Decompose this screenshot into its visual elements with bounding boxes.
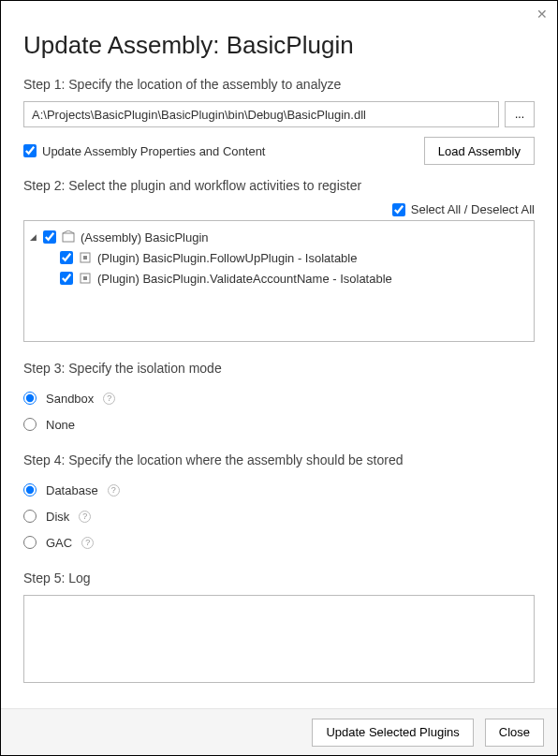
log-output: [23, 595, 535, 683]
step5-label: Step 5: Log: [23, 571, 535, 586]
assembly-path-input[interactable]: [23, 101, 499, 127]
close-button[interactable]: Close: [485, 719, 544, 747]
chevron-down-icon[interactable]: ◢: [28, 232, 37, 242]
svg-rect-2: [83, 256, 87, 259]
isolation-sandbox-label: Sandbox: [46, 392, 94, 406]
plugin-icon: [79, 272, 92, 285]
update-properties-checkbox[interactable]: [23, 144, 37, 157]
isolation-none-radio[interactable]: [23, 418, 37, 431]
plugin-tree[interactable]: ◢ (Assembly) BasicPlugin (Plugin) BasicP…: [23, 220, 535, 342]
help-icon[interactable]: ?: [81, 537, 94, 549]
close-icon[interactable]: ✕: [536, 7, 548, 22]
load-assembly-button[interactable]: Load Assembly: [424, 137, 535, 165]
assembly-checkbox[interactable]: [43, 230, 56, 244]
step1-label: Step 1: Specify the location of the asse…: [23, 77, 535, 92]
isolation-none-row[interactable]: None: [23, 411, 535, 437]
isolation-mode-group: Sandbox ? None: [23, 385, 535, 437]
update-properties-label[interactable]: Update Assembly Properties and Content: [23, 144, 265, 158]
tree-assembly-row[interactable]: ◢ (Assembly) BasicPlugin: [28, 227, 530, 247]
update-properties-text: Update Assembly Properties and Content: [42, 144, 265, 158]
plugin-label: (Plugin) BasicPlugin.ValidateAccountName…: [97, 272, 392, 286]
svg-rect-0: [63, 233, 74, 242]
storage-disk-label: Disk: [46, 510, 69, 524]
storage-disk-radio[interactable]: [23, 510, 37, 523]
step2-label: Step 2: Select the plugin and workflow a…: [23, 178, 535, 193]
plugin-checkbox[interactable]: [60, 272, 73, 285]
select-all-label[interactable]: Select All / Deselect All: [392, 202, 535, 216]
tree-plugin-row[interactable]: (Plugin) BasicPlugin.ValidateAccountName…: [28, 268, 530, 289]
svg-rect-4: [83, 276, 87, 280]
assembly-icon: [62, 230, 75, 244]
storage-gac-label: GAC: [46, 536, 72, 550]
select-all-text: Select All / Deselect All: [411, 202, 535, 216]
plugin-label: (Plugin) BasicPlugin.FollowUpPlugin - Is…: [97, 251, 357, 265]
step4-label: Step 4: Specify the location where the a…: [23, 452, 535, 467]
browse-button[interactable]: ...: [505, 101, 535, 127]
plugin-checkbox[interactable]: [60, 251, 73, 264]
storage-disk-row[interactable]: Disk ?: [23, 503, 535, 529]
dialog-footer: Update Selected Plugins Close: [1, 708, 557, 755]
select-all-checkbox[interactable]: [392, 203, 405, 216]
assembly-label: (Assembly) BasicPlugin: [81, 230, 209, 245]
isolation-sandbox-row[interactable]: Sandbox ?: [23, 385, 535, 411]
help-icon[interactable]: ?: [103, 393, 115, 405]
help-icon[interactable]: ?: [108, 484, 120, 497]
storage-gac-radio[interactable]: [23, 536, 37, 549]
storage-database-label: Database: [46, 483, 98, 497]
tree-plugin-row[interactable]: (Plugin) BasicPlugin.FollowUpPlugin - Is…: [28, 247, 530, 268]
isolation-sandbox-radio[interactable]: [23, 392, 37, 405]
storage-database-row[interactable]: Database ?: [23, 477, 535, 503]
storage-location-group: Database ? Disk ? GAC ?: [23, 477, 535, 556]
update-selected-button[interactable]: Update Selected Plugins: [312, 719, 473, 747]
isolation-none-label: None: [46, 418, 75, 432]
storage-database-radio[interactable]: [23, 483, 37, 497]
plugin-icon: [79, 251, 92, 264]
step3-label: Step 3: Specify the isolation mode: [23, 361, 535, 376]
storage-gac-row[interactable]: GAC ?: [23, 529, 535, 556]
help-icon[interactable]: ?: [79, 511, 91, 523]
page-title: Update Assembly: BasicPlugin: [23, 31, 535, 60]
